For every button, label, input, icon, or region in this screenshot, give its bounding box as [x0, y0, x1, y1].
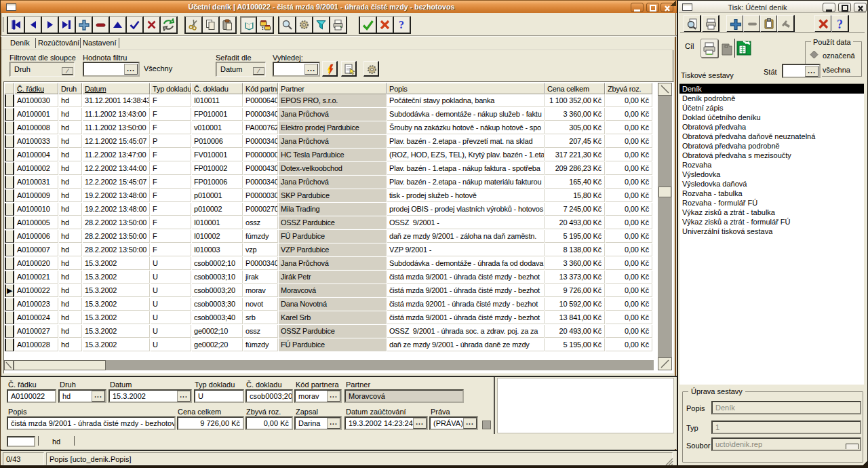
- svg-text:?: ?: [837, 18, 843, 31]
- svg-text:?: ?: [399, 19, 404, 31]
